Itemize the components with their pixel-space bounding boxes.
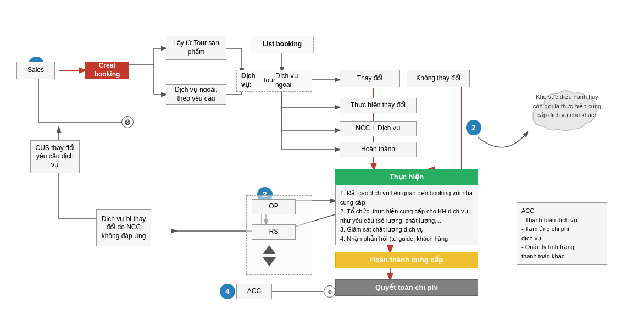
acc-note-box: ACC - Thanh toán dịch vụ - Tạm ứng chi p…: [517, 202, 607, 265]
op-box: OP: [252, 199, 296, 214]
thuc-hien-thay-doi-box: Thực hiện thay đổi: [340, 98, 417, 113]
merge-circle-acc: ⊕: [324, 285, 336, 298]
thay-doi-box: Thay đổi: [340, 70, 400, 87]
thuc-hien-desc-box: 1. Đặt các dịch vụ liên quan đến booking…: [335, 185, 478, 245]
thuc-hien-header: Thực hiện: [335, 169, 478, 185]
creat-booking-box: Creat booking: [85, 62, 129, 79]
rs-box: RS: [252, 224, 296, 240]
cloud-text: Khu vực điều hành hay còn gọi là thực hi…: [532, 92, 602, 120]
triangle-down-icon: [263, 257, 276, 266]
list-booking-box: List booking: [251, 36, 314, 53]
hoan-thanh-cung-cap-box: Hoàn thành cung cấp: [335, 252, 478, 268]
badge-4: 4: [220, 284, 235, 299]
dich-vu-tour-box: Dịch vụ: Tour Dịch vụ ngoài: [236, 70, 312, 92]
merge-circle-sales: ⊗: [121, 116, 134, 128]
triangle-up-icon: [263, 245, 276, 254]
quyet-toan-box: Quyết toán chi phí: [335, 279, 478, 296]
cus-thay-doi-box: CUS thay đổi yêu cầu dịch vụ: [30, 140, 80, 173]
khong-thay-doi-box: Không thay đổi: [407, 70, 470, 87]
diagram: 1 Sales Creat booking Lấy từ Tour sản ph…: [0, 0, 644, 336]
acc-box: ACC: [236, 284, 272, 299]
badge-2: 2: [466, 120, 481, 135]
sales-box: Sales: [16, 62, 55, 79]
arrows-layer: [0, 0, 644, 336]
dich-vu-bi-thay-doi-box: Dịch vụ bị thay đổi do NCC không đáp ứng: [96, 209, 151, 246]
ncc-dich-vu-box: NCC + Dịch vụ: [340, 121, 417, 136]
hoan-thanh-box: Hoàn thành: [340, 142, 417, 157]
dich-vu-ngoai-box: Dịch vụ ngoài, theo yêu cầu: [166, 84, 226, 105]
lay-tu-tour-box: Lấy từ Tour sản phẩm: [166, 36, 226, 60]
